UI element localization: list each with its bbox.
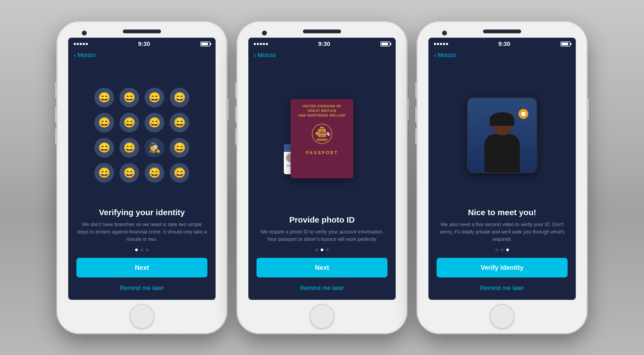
svg-text:♛: ♛ <box>323 131 325 133</box>
signal-2 <box>254 43 268 45</box>
back-chevron-icon-3: ‹ <box>434 51 436 59</box>
dot-1-2 <box>146 248 149 251</box>
illustration-3 <box>428 62 576 208</box>
emoji-2: 😄 <box>145 88 164 107</box>
phone-top-2 <box>237 22 407 38</box>
passport-emblem: ♛ ♛ ♛ ♛ 🦁 🦄 DIEU ET MON DROIT <box>310 122 334 146</box>
time-3: 9:30 <box>498 40 510 48</box>
phone-top-3 <box>418 22 587 38</box>
illustration-1: 😄 😄 😄 😄 😄 😄 😄 😄 😄 😄 🕵️ 😄 😄 😄 😄 😄 <box>68 62 216 208</box>
remind-later-2[interactable]: Remind me later <box>257 282 387 294</box>
emoji-12: 😄 <box>94 163 114 183</box>
dot-3-0 <box>495 248 498 251</box>
phone-3: 9:30 ‹ Monzo <box>418 22 587 333</box>
phone-bottom-2 <box>310 300 334 333</box>
passport-country: UNITED KINGDOM OFGREAT BRITAINAND NORTHE… <box>298 104 346 118</box>
battery-2 <box>380 42 390 46</box>
emoji-15: 😄 <box>170 163 189 183</box>
home-button-2[interactable] <box>310 304 334 329</box>
svg-text:DIEU ET MON DROIT: DIEU ET MON DROIT <box>315 139 329 141</box>
desc-1: We don't have branches so we need to tak… <box>76 221 207 243</box>
content-2: Provide photo ID We require a photo ID t… <box>248 215 396 300</box>
dot-1-0 <box>135 248 138 251</box>
emoji-6: 😄 <box>145 113 164 132</box>
remind-later-3[interactable]: Remind me later <box>437 282 568 294</box>
camera-3 <box>442 31 447 36</box>
svg-text:🦄: 🦄 <box>326 131 331 136</box>
emoji-1: 😄 <box>120 88 139 107</box>
emoji-14: 😄 <box>145 163 164 183</box>
emoji-11: 😄 <box>170 138 189 158</box>
dots-3 <box>437 248 568 251</box>
selfie-container <box>458 94 546 176</box>
emoji-grid: 😄 😄 😄 😄 😄 😄 😄 😄 😄 😄 🕵️ 😄 😄 😄 😄 😄 <box>92 85 192 185</box>
svg-text:🦁: 🦁 <box>315 131 320 136</box>
dot-1-1 <box>141 248 143 251</box>
emoji-8: 😄 <box>94 138 114 158</box>
svg-text:♛: ♛ <box>319 131 321 133</box>
desc-2: We require a photo ID to verify your acc… <box>257 228 387 243</box>
back-chevron-icon-2: ‹ <box>254 51 256 59</box>
emoji-0: 😄 <box>94 88 114 107</box>
signal-1 <box>74 43 88 45</box>
desc-3: We also need a five second video to veri… <box>437 221 568 243</box>
dot-2-1 <box>321 248 323 251</box>
selfie-bg <box>468 98 536 172</box>
record-icon <box>521 112 525 116</box>
content-1: Verifying your identity We don't have br… <box>68 208 216 300</box>
home-button-3[interactable] <box>490 304 514 329</box>
title-1: Verifying your identity <box>76 208 207 217</box>
back-label-3: Monzo <box>438 52 456 59</box>
passport-book: UNITED KINGDOM OFGREAT BRITAINAND NORTHE… <box>291 99 353 178</box>
remind-later-1[interactable]: Remind me later <box>76 282 207 294</box>
back-button-2[interactable]: ‹ Monzo <box>254 51 276 59</box>
back-button-3[interactable]: ‹ Monzo <box>434 51 456 59</box>
nav-bar-2: ‹ Monzo <box>248 49 396 62</box>
passport-word: PASSPORT <box>306 150 338 155</box>
inner-phone-frame <box>467 97 538 173</box>
status-bar-1: 9:30 <box>68 38 216 49</box>
record-badge <box>518 109 528 119</box>
emoji-9: 😄 <box>120 138 139 158</box>
camera-2 <box>262 31 267 36</box>
content-3: Nice to meet you! We also need a five se… <box>428 208 576 300</box>
dots-1 <box>76 248 207 251</box>
phone-top-1 <box>57 22 226 38</box>
camera-1 <box>82 31 87 36</box>
emoji-13: 😄 <box>120 163 139 183</box>
nav-bar-3: ‹ Monzo <box>428 49 576 62</box>
next-button-1[interactable]: Next <box>76 258 207 277</box>
screen-1: 9:30 ‹ Monzo 😄 😄 😄 😄 😄 😄 � <box>68 38 216 300</box>
next-button-2[interactable]: Next <box>257 258 387 277</box>
time-1: 9:30 <box>138 40 150 48</box>
emoji-3: 😄 <box>170 88 189 107</box>
svg-marker-8 <box>320 126 324 128</box>
passport-container: JOHA... 05.06... UNITED KINGDOM OFGREAT … <box>278 95 366 182</box>
status-bar-2: 9:30 <box>248 38 396 49</box>
person-body <box>484 134 520 172</box>
person-hair <box>490 112 514 126</box>
signal-3 <box>434 43 448 45</box>
dot-2-0 <box>315 248 318 251</box>
nav-bar-1: ‹ Monzo <box>68 49 216 62</box>
title-3: Nice to meet you! <box>437 208 568 217</box>
dot-2-2 <box>326 248 329 251</box>
illustration-2: JOHA... 05.06... UNITED KINGDOM OFGREAT … <box>248 62 396 215</box>
speaker-2 <box>303 29 341 33</box>
person-head <box>493 116 512 135</box>
dots-2 <box>257 248 387 251</box>
battery-3 <box>560 42 570 46</box>
phone-2: 9:30 ‹ Monzo <box>237 22 407 333</box>
svg-text:♛: ♛ <box>319 135 321 137</box>
phone-1: 9:30 ‹ Monzo 😄 😄 😄 😄 😄 😄 � <box>57 22 226 333</box>
speaker-1 <box>123 29 161 33</box>
home-button-1[interactable] <box>130 304 154 329</box>
back-label-1: Monzo <box>77 52 96 59</box>
back-button-1[interactable]: ‹ Monzo <box>74 51 96 59</box>
speaker-3 <box>483 29 521 33</box>
back-label-2: Monzo <box>258 52 276 59</box>
svg-text:♛: ♛ <box>323 135 325 137</box>
title-2: Provide photo ID <box>257 215 387 224</box>
emoji-spy: 🕵️ <box>145 138 164 158</box>
verify-button-3[interactable]: Verify Identity <box>437 258 568 277</box>
